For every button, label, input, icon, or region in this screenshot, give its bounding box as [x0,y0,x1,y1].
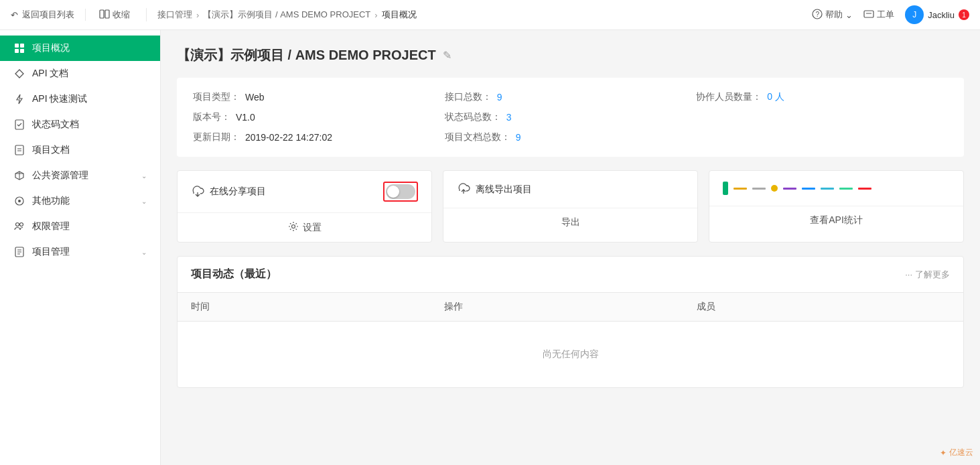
svg-rect-1 [105,10,109,18]
back-icon: ↶ [11,10,18,20]
diamond2-icon [13,195,25,207]
project-info-grid: 项目类型： Web 接口总数： 9 协作人员数量： 0 人 版本号： V1.0 [193,91,948,143]
total-status-codes-value[interactable]: 3 [506,112,512,123]
share-card-header: 在线分享项目 [178,171,431,213]
sidebar-item-project-manage[interactable]: 项目管理 ⌄ [0,239,160,265]
svg-rect-0 [100,10,104,18]
bolt-icon [13,93,25,105]
total-docs-label: 项目文档总数： [445,131,510,143]
svg-rect-7 [20,44,24,48]
edit-icon[interactable]: ✎ [443,49,451,62]
grid-icon [13,42,25,54]
sidebar-item-api-test[interactable]: API 快速测试 [0,86,160,112]
ticket-button[interactable]: 工单 [863,9,894,21]
main-content: 【演示】示例项目 / AMS DEMO PROJECT ✎ 项目类型： Web … [161,30,980,465]
help-label: 帮助 [825,9,843,21]
col-operation: 操作 [444,301,697,313]
export-card-header: 离线导出项目 [443,171,697,208]
sidebar-item-overview[interactable]: 项目概况 [0,36,160,61]
info-project-type: 项目类型： Web [193,91,445,103]
toggle-knob [387,186,399,198]
activity-empty-text: 尚无任何内容 [543,348,599,359]
collapse-label: 收缩 [113,9,130,21]
svg-rect-6 [15,44,19,48]
version-label: 版本号： [193,111,230,123]
doc2-icon [13,246,25,258]
sidebar-item-project-manage-label: 项目管理 [32,246,135,258]
sidebar-item-public-resources-label: 公共资源管理 [32,170,135,182]
chevron-down-icon-2: ⌄ [141,198,147,205]
cloud-share-icon [191,184,204,200]
export-label: 导出 [561,216,580,228]
breadcrumb-sep-2: › [374,10,377,20]
user-menu[interactable]: J Jackliu 1 [905,5,969,24]
collapse-button[interactable]: 收缩 [94,6,135,24]
export-button[interactable]: 导出 [561,216,580,228]
info-collaborators: 协作人员数量： 0 人 [696,91,948,103]
user-name: Jackliu [928,10,955,20]
settings-icon [288,221,299,234]
sidebar-item-status-doc-label: 状态码文档 [32,119,147,131]
sidebar-item-public-resources[interactable]: 公共资源管理 ⌄ [0,163,160,188]
breadcrumb-sep-1: › [196,10,199,20]
svg-point-18 [16,223,19,226]
info-spacer [696,111,948,123]
watermark-icon: ✦ [940,448,947,458]
activity-more-label: 了解更多 [915,269,950,281]
svg-rect-4 [864,11,873,17]
sidebar-item-api-doc[interactable]: API 文档 [0,61,160,86]
box-icon [13,170,25,182]
top-nav-right: ? 帮助 ⌄ 工单 J Jackliu 1 [812,5,969,24]
activity-table-header: 时间 操作 成员 [178,293,963,322]
sidebar-item-other[interactable]: 其他功能 ⌄ [0,188,160,214]
svg-point-24 [291,225,295,228]
legend-cyan [821,188,834,190]
breadcrumb-2[interactable]: 【演示】示例项目 / AMS DEMO PROJECT [203,9,370,21]
sidebar-item-project-doc[interactable]: 项目文档 [0,137,160,163]
share-toggle[interactable] [386,184,415,199]
sidebar: 项目概况 API 文档 API 快速测试 状态码文档 [0,30,161,465]
version-value: V1.0 [236,112,255,123]
sidebar-item-api-doc-label: API 文档 [32,68,147,80]
legend-red [858,188,871,190]
svg-text:?: ? [816,11,820,18]
total-interfaces-label: 接口总数： [445,91,492,103]
collaborators-value[interactable]: 0 人 [767,91,784,103]
share-settings-button[interactable]: 设置 [288,221,322,234]
info-update-date: 更新日期： 2019-02-22 14:27:02 [193,131,445,143]
svg-rect-11 [15,145,23,155]
svg-point-19 [20,223,23,226]
legend-teal [839,188,853,190]
share-card: 在线分享项目 设置 [177,170,432,243]
project-title-row: 【演示】示例项目 / AMS DEMO PROJECT ✎ [177,46,964,64]
sidebar-item-permissions[interactable]: 权限管理 [0,214,160,239]
view-stats-button[interactable]: 查看API统计 [810,214,863,226]
help-chevron: ⌄ [845,10,853,20]
chevron-down-icon-3: ⌄ [141,249,147,256]
stats-legend [723,182,871,195]
stats-label: 查看API统计 [810,214,863,226]
collapse-icon [99,9,110,21]
sidebar-item-other-label: 其他功能 [32,195,135,207]
total-status-codes-label: 状态码总数： [445,111,501,123]
breadcrumb: 接口管理 › 【演示】示例项目 / AMS DEMO PROJECT › 项目概… [157,9,417,21]
legend-yellow-dot [771,185,778,192]
user-avatar: J [905,5,924,24]
total-interfaces-value[interactable]: 9 [497,92,502,103]
activity-more-button[interactable]: ··· 了解更多 [905,269,950,281]
group-icon [13,220,25,232]
help-button[interactable]: ? 帮助 ⌄ [812,9,853,21]
back-label: 返回项目列表 [22,9,74,21]
total-docs-value[interactable]: 9 [516,132,521,143]
share-settings-label: 设置 [303,222,322,234]
notification-badge: 1 [959,9,969,20]
back-button[interactable]: ↶ 返回项目列表 [11,9,86,21]
ticket-label: 工单 [877,9,894,21]
export-card-title-row: 离线导出项目 [457,182,532,197]
legend-warn [733,188,747,190]
top-nav: ↶ 返回项目列表 收缩 接口管理 › 【演示】示例项目 / AMS DEMO P… [0,0,980,30]
breadcrumb-1[interactable]: 接口管理 [157,9,192,21]
cloud-export-icon [457,182,470,197]
sidebar-item-status-doc[interactable]: 状态码文档 [0,112,160,137]
more-dots: ··· [905,269,912,279]
